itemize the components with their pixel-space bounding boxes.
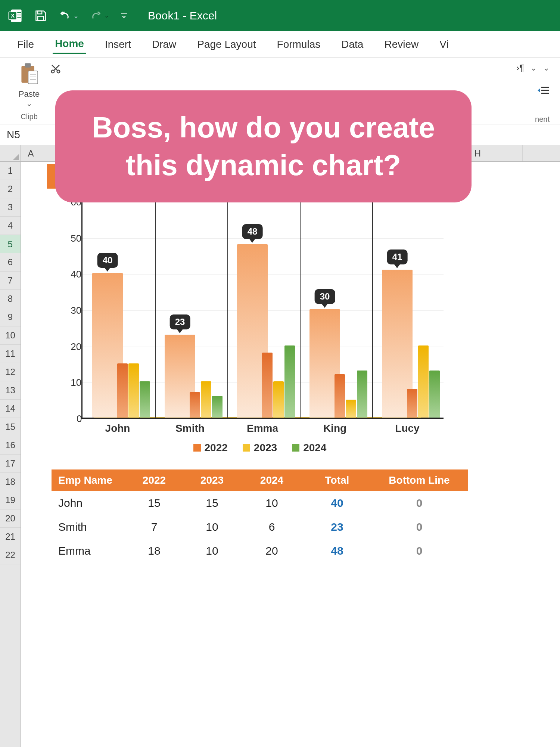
data-callout: 48 (242, 224, 263, 239)
tab-file[interactable]: File (15, 35, 36, 53)
increase-indent-icon[interactable] (537, 85, 550, 98)
row-header[interactable]: 17 (0, 455, 21, 473)
chevron-down-icon[interactable]: ⌄ (543, 63, 550, 73)
table-cell: 18 (126, 545, 182, 557)
row-header[interactable]: 3 (0, 198, 21, 217)
row-header[interactable]: 13 (0, 381, 21, 400)
row-header[interactable]: 21 (0, 528, 21, 546)
chevron-down-icon[interactable]: ⌄ (73, 12, 79, 20)
save-icon[interactable] (34, 9, 48, 23)
table-cell: 10 (182, 521, 242, 533)
undo-button[interactable]: ⌄ (58, 9, 79, 22)
embedded-chart[interactable]: 01020304050604023483041 2022 2023 2024 J… (51, 199, 469, 461)
y-tick-label: 10 (71, 377, 81, 388)
data-callout: 30 (315, 289, 335, 304)
spreadsheet-grid: 12345678910111213141516171819202122 A B … (0, 145, 560, 747)
paste-button[interactable]: Paste ⌄ (18, 62, 40, 108)
col-header[interactable]: A (21, 145, 41, 161)
row-header[interactable]: 12 (0, 363, 21, 381)
series-bar (407, 389, 417, 418)
series-bar (357, 371, 367, 418)
table-cell: 10 (242, 497, 302, 509)
category-group: 41 (372, 202, 445, 418)
series-bar (418, 345, 429, 418)
category-group: 40 (83, 202, 155, 418)
row-header[interactable]: 15 (0, 418, 21, 436)
row-header[interactable]: 22 (0, 546, 21, 564)
row-header[interactable]: 10 (0, 326, 21, 345)
row-header[interactable]: 20 (0, 509, 21, 528)
svg-rect-7 (38, 16, 44, 20)
x-tick-label: Lucy (395, 422, 419, 434)
text-direction-icon[interactable]: ›¶ (516, 63, 524, 73)
tab-insert[interactable]: Insert (103, 35, 133, 53)
row-header[interactable]: 5 (0, 235, 21, 253)
table-header: 2022 (126, 474, 182, 486)
row-header[interactable]: 6 (0, 253, 21, 272)
row-header[interactable]: 2 (0, 180, 21, 198)
row-header[interactable]: 4 (0, 217, 21, 235)
table-cell: John (52, 497, 126, 509)
category-group: 48 (227, 202, 300, 418)
row-header[interactable]: 8 (0, 290, 21, 308)
redo-button[interactable]: ⌄ (89, 9, 109, 22)
svg-text:X: X (11, 13, 15, 19)
clipboard-group: Paste ⌄ Clipb (7, 62, 52, 124)
legend-item-2022: 2022 (193, 442, 228, 454)
legend-swatch-icon (193, 444, 201, 452)
table-cell: 15 (126, 497, 182, 509)
category-group: 30 (300, 202, 372, 418)
series-bar (117, 363, 128, 418)
series-bar (262, 353, 273, 418)
caption-overlay: Boss, how do you create this dynamic cha… (55, 90, 472, 202)
row-header[interactable]: 14 (0, 400, 21, 418)
customize-qat-icon[interactable] (119, 11, 128, 20)
table-cell-total: 23 (302, 521, 373, 533)
titlebar: X ⌄ ⌄ Book1 - Excel (0, 0, 560, 31)
chart-legend: 2022 2023 2024 (51, 442, 469, 454)
table-row: John151510400 (52, 491, 468, 515)
clipboard-group-label: Clipb (21, 112, 38, 121)
table-cell-total: 40 (302, 497, 373, 509)
table-header-row: Emp Name 2022 2023 2024 Total Bottom Lin… (52, 469, 468, 491)
y-tick-label: 50 (71, 232, 81, 244)
tab-review[interactable]: Review (382, 35, 421, 53)
series-bar (284, 345, 295, 418)
series-bar (128, 363, 139, 418)
chevron-down-icon[interactable]: ⌄ (104, 12, 109, 19)
sheet-area[interactable]: A B C D E F G H Excel Dynamic Chart 0102… (21, 145, 560, 747)
row-header[interactable]: 1 (0, 162, 21, 180)
x-tick-label: Smith (175, 422, 205, 434)
row-header[interactable]: 16 (0, 436, 21, 455)
series-bar (335, 374, 345, 418)
tab-page-layout[interactable]: Page Layout (195, 35, 258, 53)
category-group: 23 (155, 202, 227, 418)
ribbon-right-fragment: ›¶ ⌄ ⌄ nent (516, 62, 553, 124)
tab-formulas[interactable]: Formulas (275, 35, 323, 53)
table-header: Emp Name (52, 474, 126, 486)
legend-swatch-icon (292, 444, 299, 452)
select-all-corner[interactable] (0, 145, 21, 162)
row-header[interactable]: 9 (0, 308, 21, 326)
table-row: Emma181020480 (52, 539, 468, 563)
table-cell-bottomline: 0 (373, 545, 466, 557)
row-header[interactable]: 18 (0, 473, 21, 491)
table-cell: 7 (126, 521, 182, 533)
table-cell: Smith (52, 521, 126, 533)
table-cell: Emma (52, 545, 126, 557)
row-header[interactable]: 19 (0, 491, 21, 509)
svg-rect-13 (28, 71, 38, 84)
chevron-down-icon[interactable]: ⌄ (530, 63, 537, 73)
legend-swatch-icon (243, 444, 250, 452)
name-box[interactable]: N5 (0, 124, 56, 145)
tab-draw[interactable]: Draw (150, 35, 178, 53)
tab-view-truncated[interactable]: Vi (437, 35, 451, 53)
series-bar (190, 392, 200, 418)
tab-home[interactable]: Home (53, 35, 86, 54)
tab-data[interactable]: Data (339, 35, 365, 53)
row-header[interactable]: 7 (0, 272, 21, 290)
data-table: Emp Name 2022 2023 2024 Total Bottom Lin… (52, 469, 468, 563)
series-bar (212, 396, 223, 418)
chevron-down-icon[interactable]: ⌄ (26, 99, 32, 108)
row-header[interactable]: 11 (0, 345, 21, 363)
